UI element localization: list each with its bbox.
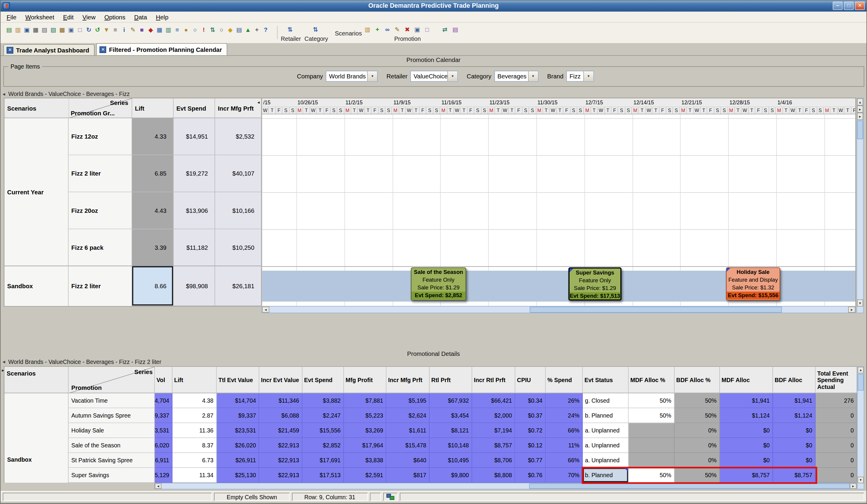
cell-total-event-spending-actual[interactable]: 0: [816, 438, 857, 453]
column-header-bdf-alloc[interactable]: BDF Alloc: [773, 367, 816, 393]
promotion-event-super-savings[interactable]: Super SavingsFeature OnlySale Price: $1.…: [568, 267, 621, 300]
cell-bdf-alloc[interactable]: $1,124: [773, 408, 816, 423]
chart-view-icon[interactable]: ◆: [147, 25, 155, 34]
split-view-icon[interactable]: ▥: [164, 25, 172, 34]
cell-cpiu[interactable]: $0.72: [515, 423, 546, 438]
cell-bdf-alloc[interactable]: 50%: [675, 468, 720, 483]
cell-incr-evt-value[interactable]: $6,088: [259, 408, 302, 423]
cell-rtl-prft[interactable]: $3,454: [430, 408, 472, 423]
cell-mdf-alloc[interactable]: $1,124: [720, 408, 773, 423]
maximize-button[interactable]: □: [844, 2, 854, 10]
levels-icon[interactable]: ≡: [173, 25, 181, 34]
cell-mdf-alloc[interactable]: $8,757: [720, 468, 773, 483]
scroll-down-button[interactable]: ▼: [857, 299, 863, 306]
cell-incr-rtl-prft[interactable]: $8,757: [472, 438, 515, 453]
cell-evt-spend[interactable]: $3,882: [302, 393, 344, 408]
scroll-left-button[interactable]: ◄: [155, 483, 161, 489]
calendar-v-scrollbar[interactable]: ▲►►▼: [857, 98, 864, 313]
link-promotion-icon[interactable]: ∞: [383, 25, 392, 34]
open-worksheet-icon[interactable]: ▥: [14, 25, 22, 34]
column-header-incr-evt-value[interactable]: Incr Evt Value: [259, 367, 302, 393]
cell-lift[interactable]: 8.66: [132, 266, 174, 306]
cell-incr-mfg-prft[interactable]: $640: [386, 453, 430, 468]
cell-rtl-prft[interactable]: $10,495: [430, 453, 472, 468]
promotion-event-sale-of-the-season[interactable]: Sale of the SeasonFeature OnlySale Price…: [411, 267, 466, 300]
audit-trail-icon[interactable]: ≡: [111, 25, 120, 34]
cell-cpiu[interactable]: $0.37: [515, 408, 546, 423]
cell-evt-spend[interactable]: $2,247: [302, 408, 344, 423]
sort-icon[interactable]: ⇅: [208, 25, 217, 34]
cell-mdf-alloc[interactable]: $0: [720, 453, 773, 468]
dropdown-arrow-icon[interactable]: ▼: [447, 71, 457, 81]
cell-evt-spend[interactable]: $15,556: [302, 423, 344, 438]
cell-evt_spend[interactable]: $13,906: [174, 192, 215, 229]
cell-lift[interactable]: 6.73: [172, 453, 217, 468]
scroll-up-button[interactable]: ▲: [857, 367, 864, 373]
key-indicators-icon[interactable]: ◆: [226, 25, 235, 34]
cell-incr-rtl-prft[interactable]: $66,421: [472, 393, 515, 408]
dropdown-arrow-icon[interactable]: ▼: [367, 71, 377, 81]
cell-mdf-alloc[interactable]: 50%: [629, 393, 675, 408]
cell-vol[interactable]: 4,704: [155, 393, 172, 408]
members-browser-icon[interactable]: ●: [182, 25, 190, 34]
calendar-body[interactable]: Sale of the SeasonFeature OnlySale Price…: [262, 114, 855, 306]
cell-lift[interactable]: 3.39: [132, 229, 174, 266]
cell-bdf-alloc[interactable]: 0%: [675, 453, 720, 468]
tab-close-icon[interactable]: ✕: [7, 47, 13, 53]
cell-evt_spend[interactable]: $19,272: [174, 155, 215, 192]
column-header-mdf-alloc[interactable]: MDF Alloc %: [629, 367, 675, 393]
details-h-scrollbar[interactable]: ◄►: [154, 483, 857, 490]
cell-spend[interactable]: 66%: [546, 453, 583, 468]
cell-lift[interactable]: 11.34: [172, 468, 217, 483]
new-promotion-icon[interactable]: +: [373, 25, 382, 34]
cell-incr-evt-value[interactable]: $22,913: [259, 453, 302, 468]
promotion-row-super-savings[interactable]: Super Savings: [68, 468, 155, 483]
cell-incr-mfg-prft[interactable]: $2,624: [386, 408, 430, 423]
column-header-cpiu[interactable]: CPIU: [515, 367, 546, 393]
cell-incr-mfg-prft[interactable]: $1,611: [386, 423, 430, 438]
copy-icon[interactable]: ▣: [67, 25, 75, 34]
scroll-left-button[interactable]: ◄: [262, 307, 269, 313]
combo-retailer[interactable]: ValueChoice▼: [410, 70, 458, 82]
new-worksheet-icon[interactable]: ▤: [5, 25, 13, 34]
rerun-worksheet-icon[interactable]: ↺: [93, 25, 102, 34]
cell-mfg-profit[interactable]: $17,964: [344, 438, 387, 453]
collapse-arrow-icon[interactable]: ◄: [2, 91, 6, 97]
cell-incr-evt-value[interactable]: $21,459: [259, 423, 302, 438]
scroll-down-button[interactable]: ▼: [857, 476, 864, 483]
cell-lift[interactable]: 8.37: [172, 438, 217, 453]
cell-cpiu[interactable]: $0.77: [515, 453, 546, 468]
cell-incr-evt-value[interactable]: $22,913: [259, 468, 302, 483]
cell-mfg-profit[interactable]: $2,591: [344, 468, 387, 483]
scroll-right-button[interactable]: ►: [848, 307, 855, 313]
cell-rtl-prft[interactable]: $9,800: [430, 468, 472, 483]
cell-total-event-spending-actual[interactable]: 0: [816, 408, 857, 423]
dropdown-arrow-icon[interactable]: ▼: [583, 71, 593, 81]
cell-evt-status[interactable]: a. Unplanned: [583, 438, 629, 453]
column-header-total-event-spending-actual[interactable]: Total Event Spending Actual: [816, 367, 857, 393]
retailer-navigator-icon[interactable]: ⇅: [286, 25, 294, 34]
cell-mdf-alloc[interactable]: 50%: [629, 408, 675, 423]
cell-lift[interactable]: 4.38: [172, 393, 217, 408]
publish-worksheet-icon[interactable]: ▲: [244, 25, 252, 34]
cell-spend[interactable]: 24%: [546, 408, 583, 423]
delete-promotion-icon[interactable]: ✖: [403, 25, 411, 34]
cell-mdf-alloc[interactable]: $0: [720, 438, 773, 453]
cell-bdf-alloc[interactable]: 50%: [675, 393, 720, 408]
export-data-icon[interactable]: ▨: [49, 25, 57, 34]
cell-ttl-evt-value[interactable]: $9,337: [217, 408, 259, 423]
cell-mdf-alloc[interactable]: 50%: [629, 468, 675, 483]
cell-lift[interactable]: 4.43: [132, 192, 174, 229]
cell-ttl-evt-value[interactable]: $14,704: [217, 393, 259, 408]
cell-evt-status[interactable]: b. Planned: [583, 468, 629, 483]
menu-data[interactable]: Data: [130, 12, 152, 22]
menu-view[interactable]: View: [78, 12, 100, 22]
cell-mdf-alloc[interactable]: $1,941: [720, 393, 773, 408]
minimize-button[interactable]: –: [833, 2, 843, 10]
cell-total-event-spending-actual[interactable]: 276: [816, 393, 857, 408]
attachments-icon[interactable]: ■: [138, 25, 146, 34]
cell-evt-status[interactable]: a. Unplanned: [583, 423, 629, 438]
dropdown-arrow-icon[interactable]: ▼: [528, 71, 538, 81]
promotion-row-fizz-6-pack[interactable]: Fizz 6 pack: [68, 229, 132, 266]
cell-bdf-alloc[interactable]: $0: [773, 438, 816, 453]
